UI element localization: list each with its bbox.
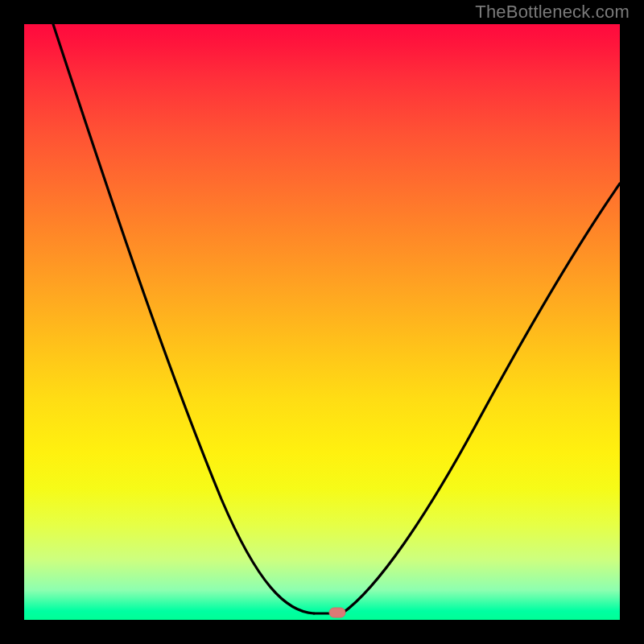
bottleneck-curve: [24, 24, 620, 620]
curve-right: [342, 184, 620, 613]
curve-left: [53, 24, 314, 613]
watermark-text: TheBottleneck.com: [475, 2, 630, 23]
chart-frame: TheBottleneck.com: [0, 0, 644, 644]
optimal-marker: [329, 608, 345, 617]
gradient-plot-area: [24, 24, 620, 620]
